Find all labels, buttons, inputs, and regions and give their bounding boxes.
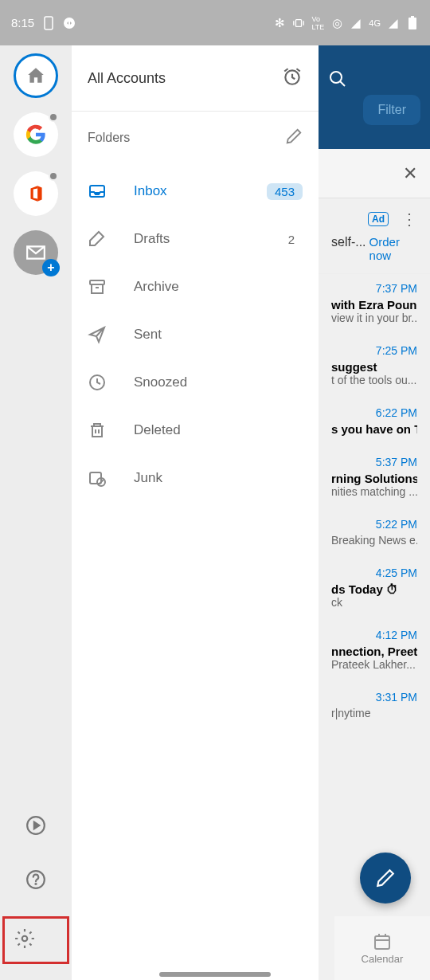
email-preview: t of the tools ou... xyxy=(331,374,417,386)
email-time: 4:12 PM xyxy=(331,629,417,641)
signal-1-icon: ◢ xyxy=(350,17,362,29)
play-button[interactable] xyxy=(18,808,53,843)
email-item[interactable]: 7:25 PM suggest t of the tools ou... xyxy=(319,336,430,398)
email-preview: nities matching ... xyxy=(331,485,417,498)
email-time: 4:25 PM xyxy=(331,566,417,579)
svg-point-10 xyxy=(22,936,28,942)
email-subject: rning Solutions ... xyxy=(331,472,417,485)
sponsor-row[interactable]: Ad ⋮ self-... Order now xyxy=(319,198,430,274)
drafts-icon xyxy=(88,229,107,249)
email-time: 5:37 PM xyxy=(331,456,417,468)
clock-icon[interactable] xyxy=(282,66,303,90)
folder-sent[interactable]: Sent xyxy=(72,311,319,359)
account-home[interactable] xyxy=(14,53,58,98)
add-account[interactable]: + xyxy=(14,230,58,275)
ad-close-row: ✕ xyxy=(319,149,430,198)
archive-icon xyxy=(88,277,107,296)
email-subject: s you have on T... xyxy=(331,422,417,436)
folder-inbox[interactable]: Inbox 453 xyxy=(72,167,319,215)
email-preview: ck xyxy=(331,596,417,609)
svg-line-19 xyxy=(340,81,345,86)
network-label: 4G xyxy=(369,18,381,28)
ad-badge: Ad xyxy=(368,212,389,226)
help-button[interactable] xyxy=(18,862,53,897)
svg-rect-0 xyxy=(45,17,53,29)
folder-label: Deleted xyxy=(134,422,303,438)
svg-point-18 xyxy=(330,72,342,83)
email-item[interactable]: 5:22 PM Breaking News e... xyxy=(319,510,430,559)
email-item[interactable]: 5:37 PM rning Solutions ... nities match… xyxy=(319,448,430,510)
lte-icon: VoLTE xyxy=(311,17,324,29)
folder-count: 2 xyxy=(280,231,303,248)
vibrate-icon xyxy=(292,17,305,29)
search-icon[interactable] xyxy=(328,69,349,90)
folder-label: Drafts xyxy=(134,231,253,247)
email-time: 7:37 PM xyxy=(331,282,417,295)
account-office[interactable] xyxy=(14,171,58,216)
folder-label: Sent xyxy=(134,327,303,343)
email-preview: Breaking News e... xyxy=(331,534,417,547)
email-subject: with Ezra Pound xyxy=(331,298,417,312)
email-preview: Prateek Lakher... xyxy=(331,658,417,671)
inbox-icon xyxy=(88,182,107,201)
filter-button[interactable]: Filter xyxy=(363,95,420,125)
email-list-partial: Filter ✕ Ad ⋮ self-... Order now 7:37 PM… xyxy=(319,45,430,980)
account-sidebar: + xyxy=(0,45,72,980)
more-icon[interactable]: ⋮ xyxy=(401,210,417,229)
home-indicator[interactable] xyxy=(159,972,271,977)
status-dot-icon xyxy=(49,112,58,122)
add-icon: + xyxy=(42,259,60,276)
calendar-label: Calendar xyxy=(362,953,404,965)
battery-icon xyxy=(406,17,419,29)
folder-junk[interactable]: Junk xyxy=(72,454,319,502)
folder-label: Inbox xyxy=(134,183,240,199)
sync-icon xyxy=(63,17,76,29)
email-item[interactable]: 4:25 PM ds Today ⏱ ck xyxy=(319,559,430,621)
sponsor-text: self-... xyxy=(331,235,366,262)
email-item[interactable]: 4:12 PM nnection, Preeti Prateek Lakher.… xyxy=(319,621,430,683)
sponsor-cta[interactable]: Order now xyxy=(369,235,417,262)
section-title: Folders xyxy=(88,131,130,145)
folder-deleted[interactable]: Deleted xyxy=(72,406,319,454)
status-time: 8:15 xyxy=(11,16,34,29)
calendar-tab[interactable]: Calendar xyxy=(334,916,430,980)
email-header: Filter xyxy=(319,45,430,149)
email-item[interactable]: 3:31 PM r|nytime xyxy=(319,683,430,731)
close-icon[interactable]: ✕ xyxy=(403,163,417,184)
sent-icon xyxy=(88,325,107,344)
email-subject: ds Today ⏱ xyxy=(331,582,417,596)
email-preview: view it in your br... xyxy=(331,312,417,324)
account-google[interactable] xyxy=(14,112,58,157)
folder-label: Junk xyxy=(134,470,303,486)
email-item[interactable]: 6:22 PM s you have on T... xyxy=(319,398,430,448)
folder-badge: 453 xyxy=(267,183,303,200)
compose-fab[interactable] xyxy=(360,853,411,904)
deleted-icon xyxy=(88,421,107,440)
svg-rect-6 xyxy=(411,16,414,18)
folder-drawer: All Accounts Folders Inbox 453 xyxy=(72,45,319,980)
svg-rect-5 xyxy=(408,18,416,29)
svg-rect-2 xyxy=(296,19,302,26)
status-dot-icon xyxy=(49,171,58,181)
email-subject: nnection, Preeti xyxy=(331,645,417,658)
email-time: 6:22 PM xyxy=(331,406,417,419)
folder-drafts[interactable]: Drafts 2 xyxy=(72,215,319,263)
svg-rect-20 xyxy=(375,936,389,949)
svg-point-1 xyxy=(64,18,75,29)
email-subject: suggest xyxy=(331,360,417,374)
folder-snoozed[interactable]: Snoozed xyxy=(72,359,319,406)
folder-archive[interactable]: Archive xyxy=(72,263,319,311)
junk-icon xyxy=(88,468,107,488)
edit-icon[interactable] xyxy=(285,127,303,148)
email-item[interactable]: 7:37 PM with Ezra Pound view it in your … xyxy=(319,274,430,336)
folder-label: Snoozed xyxy=(134,374,303,390)
email-preview: r|nytime xyxy=(331,707,417,719)
svg-point-9 xyxy=(35,884,36,884)
folder-label: Archive xyxy=(134,279,303,295)
status-bar: 8:15 ✻ VoLTE ◎ ◢ 4G ◢ xyxy=(0,0,430,45)
email-time: 3:31 PM xyxy=(331,691,417,704)
email-time: 5:22 PM xyxy=(331,518,417,531)
settings-button-highlighted[interactable] xyxy=(2,916,69,964)
bluetooth-icon: ✻ xyxy=(273,17,286,29)
svg-rect-13 xyxy=(90,280,104,284)
